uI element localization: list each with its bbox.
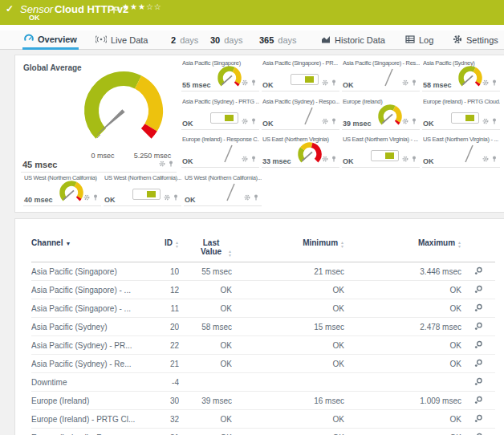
gear-icon[interactable]: [242, 75, 248, 89]
pin-icon[interactable]: [331, 75, 337, 89]
sort-icon: ▲▼: [228, 250, 232, 258]
pin-icon[interactable]: [173, 189, 179, 204]
gear-icon[interactable]: [242, 113, 248, 128]
pin-icon[interactable]: [491, 75, 498, 89]
gauge-tile: Europe (Ireland) 39 msec: [342, 97, 420, 130]
needle-indicator: [373, 64, 405, 91]
table-row[interactable]: Europe (Ireland) - Respon... 31 OK OK OK: [31, 429, 495, 435]
pin-icon[interactable]: [168, 156, 174, 170]
gauge-title: Global Average: [23, 63, 82, 72]
gear-icon[interactable]: [244, 189, 250, 204]
table-row[interactable]: Europe (Ireland) 30 39 msec 16 msec 1.00…: [31, 392, 495, 410]
column-header-maximum[interactable]: Maximum▲▼: [344, 235, 461, 262]
channels-panel: Channel▼ ID▲▼ Last Value▲▼ Minimum▲▼ Max…: [14, 218, 504, 435]
pin-icon[interactable]: [411, 151, 417, 165]
gauge-value: 45 msec: [22, 160, 57, 169]
pin-icon[interactable]: [250, 113, 257, 128]
gauge-tile: US West (Northern California)... OK: [104, 173, 181, 206]
pin-icon[interactable]: [491, 113, 498, 128]
global-average-gauge: [74, 66, 173, 156]
channel-settings-icon[interactable]: [474, 342, 483, 351]
gear-icon[interactable]: [322, 151, 328, 165]
pin-icon[interactable]: [250, 151, 257, 165]
flag-icon[interactable]: [113, 2, 120, 17]
channel-settings-icon[interactable]: [474, 397, 483, 406]
gear-icon[interactable]: [402, 151, 408, 165]
table-row[interactable]: Asia Pacific (Singapore) - ... 12 OK OK …: [31, 281, 495, 299]
gear-icon[interactable]: [402, 113, 408, 128]
gear-icon[interactable]: [322, 113, 328, 128]
channel-settings-icon[interactable]: [474, 360, 483, 369]
gauge-tile: Europe (Ireland) - Response C... OK: [181, 135, 259, 168]
sort-desc-icon: ▼: [65, 241, 71, 246]
gear-icon[interactable]: [159, 156, 165, 170]
column-header-id[interactable]: ID▲▼: [144, 235, 179, 262]
gauge-tile: US East (Northern Virginia) - ... OK: [422, 135, 500, 168]
tab-live-data[interactable]: Live Data: [94, 30, 149, 50]
gauge-tile: Asia Pacific (Sydney) - Respo... OK: [262, 97, 339, 130]
gauge-tile: Asia Pacific (Sydney) - PRTG ... OK: [181, 97, 259, 130]
table-row[interactable]: Downtime -4: [31, 373, 495, 392]
live-data-icon: [96, 35, 107, 45]
pin-icon[interactable]: [331, 151, 337, 165]
historic-chart-icon: [321, 35, 331, 46]
tab-historic-data[interactable]: Historic Data: [319, 30, 387, 50]
channels-table: Channel▼ ID▲▼ Last Value▲▼ Minimum▲▼ Max…: [31, 235, 495, 435]
lookup-indicator: [291, 74, 319, 85]
gauge-tile: US East (Northern Virginia) 33 msec: [262, 135, 339, 168]
column-header-last-value[interactable]: Last Value▲▼: [179, 235, 232, 262]
gauge-tile-global-average: Global Average 0 msec 5.250 msec 45 msec: [21, 59, 177, 173]
column-header-channel[interactable]: Channel▼: [31, 235, 144, 262]
header-divider: [0, 25, 504, 30]
sort-icon: ▲▼: [457, 241, 461, 249]
table-row[interactable]: Asia Pacific (Sydney) - Re... 21 OK OK O…: [31, 355, 495, 373]
pin-icon[interactable]: [331, 113, 337, 128]
tab-log[interactable]: Log: [404, 30, 435, 50]
tab-overview[interactable]: Overview: [22, 30, 79, 50]
gauge-tile: US West (Northern California) 40 msec: [23, 173, 101, 206]
settings-gear-icon: [453, 35, 462, 46]
gear-icon[interactable]: [402, 75, 408, 89]
table-row[interactable]: Europe (Ireland) - PRTG Cl... 32 OK OK O…: [31, 410, 495, 429]
tab-2-days[interactable]: 2 days: [169, 30, 200, 50]
gear-icon[interactable]: [242, 151, 248, 165]
gauge-scale-min: 0 msec: [80, 152, 125, 160]
column-header-actions: [461, 235, 495, 262]
channel-settings-icon[interactable]: [474, 379, 483, 388]
gear-icon[interactable]: [482, 151, 489, 165]
pin-icon[interactable]: [411, 113, 417, 128]
gear-icon[interactable]: [482, 113, 489, 128]
gear-icon[interactable]: [164, 189, 170, 204]
tab-30-days[interactable]: 30 days: [209, 30, 245, 50]
channel-settings-icon[interactable]: [474, 305, 483, 314]
status-check-icon: ✓: [6, 3, 14, 14]
gear-icon[interactable]: [83, 189, 90, 204]
gauge-tile: Asia Pacific (Singapore) 55 msec: [181, 59, 259, 91]
table-header-row: Channel▼ ID▲▼ Last Value▲▼ Minimum▲▼ Max…: [31, 235, 495, 262]
table-row[interactable]: Asia Pacific (Singapore) 10 55 msec 21 m…: [31, 262, 495, 281]
pin-icon[interactable]: [491, 151, 498, 165]
table-row[interactable]: Asia Pacific (Sydney) 20 58 msec 15 msec…: [31, 318, 495, 336]
column-header-minimum[interactable]: Minimum▲▼: [232, 235, 344, 262]
channel-settings-icon[interactable]: [474, 323, 483, 332]
needle-indicator: [215, 179, 247, 206]
pin-icon[interactable]: [92, 189, 99, 204]
gear-icon[interactable]: [322, 75, 328, 89]
needle-indicator: [293, 103, 325, 130]
gauge-tile: US West (Northern California)... OK: [184, 173, 262, 206]
log-table-icon: [405, 35, 415, 46]
tab-settings[interactable]: Settings: [451, 30, 500, 50]
lookup-indicator: [132, 189, 161, 200]
channel-settings-icon[interactable]: [474, 416, 483, 425]
pin-icon[interactable]: [253, 189, 259, 204]
pin-icon[interactable]: [250, 75, 257, 89]
pin-icon[interactable]: [411, 75, 417, 89]
channel-settings-icon[interactable]: [474, 287, 483, 295]
sort-icon: ▲▼: [175, 241, 179, 249]
priority-stars[interactable]: ★★★☆☆: [122, 2, 162, 11]
channel-settings-icon[interactable]: [474, 268, 483, 277]
table-row[interactable]: Asia Pacific (Singapore) - ... 11 OK OK …: [31, 299, 495, 318]
gear-icon[interactable]: [482, 75, 489, 89]
tab-365-days[interactable]: 365 days: [258, 30, 299, 50]
table-row[interactable]: Asia Pacific (Sydney) - PR... 22 OK OK O…: [31, 336, 495, 355]
